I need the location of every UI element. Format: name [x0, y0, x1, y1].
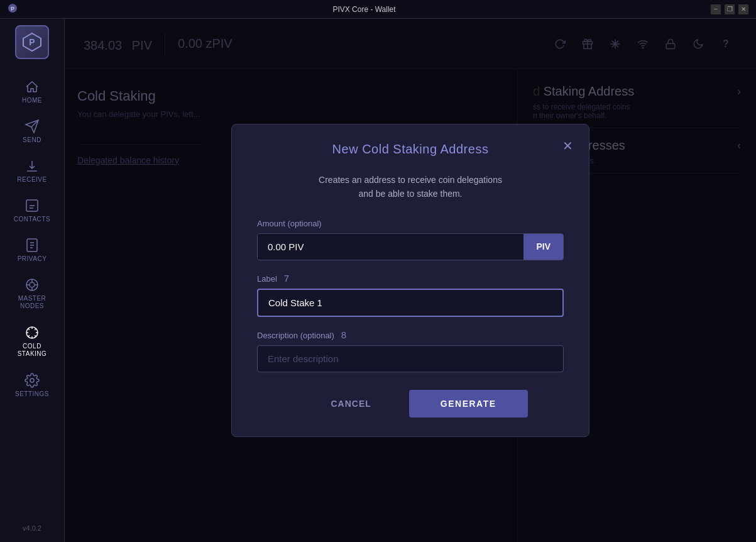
close-button[interactable]: ✕: [738, 4, 748, 14]
masternodes-icon: [25, 277, 40, 292]
label-group: Label 7: [257, 273, 564, 317]
privacy-icon: [25, 238, 40, 253]
amount-input-wrapper: PIV: [257, 233, 564, 260]
sidebar-item-label: COLDSTAKING: [18, 343, 47, 358]
sidebar-item-coldstaking[interactable]: COLDSTAKING: [0, 318, 64, 365]
sidebar-item-label: RECEIVE: [17, 176, 47, 183]
coldstaking-icon: [25, 325, 40, 340]
sidebar-item-label: HOME: [22, 97, 42, 104]
svg-text:P: P: [11, 6, 14, 12]
label-label: Label 7: [257, 273, 564, 284]
main-content: 384.03 PIV 0.00 zPIV: [65, 19, 756, 542]
window-title: PIVX Core - Wallet: [18, 5, 711, 14]
settings-icon: [25, 373, 40, 388]
receive-icon: [25, 158, 40, 174]
sidebar-item-send[interactable]: SEND: [0, 111, 64, 151]
description-label: Description (optional) 8: [257, 329, 564, 340]
modal-title: New Cold Staking Address: [251, 142, 570, 157]
svg-point-17: [30, 379, 34, 382]
cancel-button[interactable]: CANCEL: [293, 390, 408, 418]
modal-body: Creates an address to receive coin deleg…: [232, 167, 589, 436]
modal-description: Creates an address to receive coin deleg…: [257, 173, 564, 201]
description-group: Description (optional) 8: [257, 329, 564, 372]
description-number: 8: [341, 329, 346, 340]
description-input[interactable]: [257, 345, 564, 372]
label-number: 7: [284, 273, 289, 284]
sidebar-item-masternodes[interactable]: MASTERNODES: [0, 270, 64, 318]
modal-actions: CANCEL GENERATE: [257, 390, 564, 418]
sidebar-item-contacts[interactable]: CONTACTS: [0, 191, 64, 230]
svg-text:P: P: [29, 37, 35, 47]
window-controls[interactable]: − ❐ ✕: [711, 4, 748, 14]
sidebar-item-label: MASTERNODES: [18, 295, 47, 310]
generate-button[interactable]: GENERATE: [409, 390, 528, 418]
home-icon: [25, 79, 40, 94]
new-cold-staking-modal: New Cold Staking Address ✕ Creates an ad…: [231, 124, 589, 437]
piv-suffix: PIV: [523, 234, 563, 260]
sidebar: P HOME SEND RECEIVE CONTACTS: [0, 19, 65, 542]
sidebar-item-settings[interactable]: SETTINGS: [0, 365, 64, 405]
sidebar-item-label: CONTACTS: [14, 216, 50, 223]
titlebar-logo-area: P: [8, 3, 18, 16]
sidebar-item-home[interactable]: HOME: [0, 72, 64, 111]
amount-group: Amount (optional) PIV: [257, 219, 564, 260]
sidebar-item-label: SEND: [23, 136, 41, 143]
label-input[interactable]: [257, 289, 564, 317]
app-logo: P: [15, 25, 49, 59]
restore-button[interactable]: ❐: [725, 4, 735, 14]
minimize-button[interactable]: −: [711, 4, 721, 14]
titlebar: P PIVX Core - Wallet − ❐ ✕: [0, 0, 756, 19]
svg-point-15: [30, 282, 35, 287]
version-label: v4.0.2: [23, 524, 41, 542]
amount-label: Amount (optional): [257, 219, 564, 228]
modal-close-button[interactable]: ✕: [559, 137, 576, 155]
send-icon: [25, 119, 40, 134]
modal-container: New Cold Staking Address ✕ Creates an ad…: [231, 124, 589, 437]
sidebar-item-label: SETTINGS: [15, 390, 49, 397]
amount-input[interactable]: [258, 234, 523, 260]
sidebar-item-receive[interactable]: RECEIVE: [0, 151, 64, 191]
modal-header: New Cold Staking Address ✕: [232, 124, 589, 167]
contacts-icon: [25, 198, 40, 213]
sidebar-item-label: PRIVACY: [18, 255, 47, 262]
sidebar-item-privacy[interactable]: PRIVACY: [0, 230, 64, 270]
